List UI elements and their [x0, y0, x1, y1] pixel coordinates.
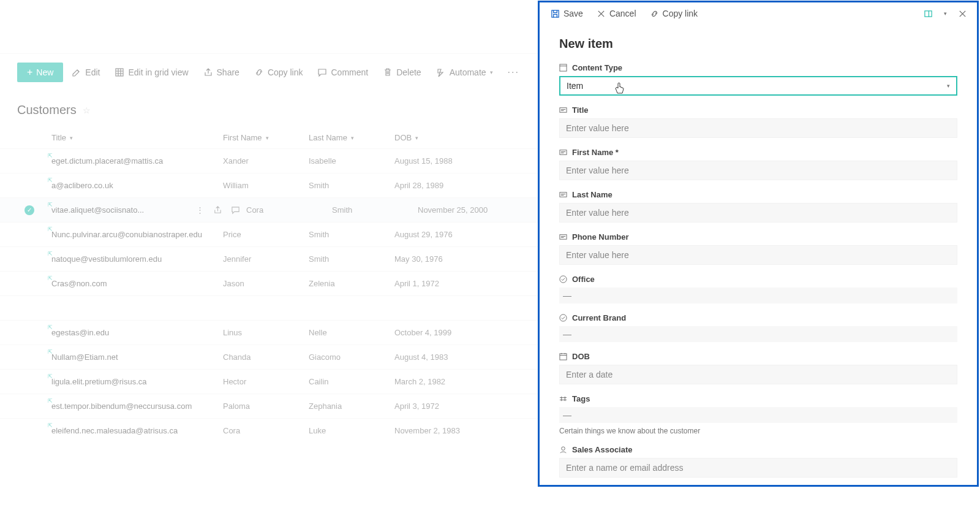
- cell-title[interactable]: ⇱Nullam@Etiam.net: [51, 352, 223, 362]
- dob-label: DOB: [572, 352, 590, 361]
- svg-rect-4: [560, 108, 567, 112]
- tags-icon: [559, 395, 567, 403]
- copy-link-label: Copy link: [268, 67, 303, 77]
- svg-point-9: [560, 314, 567, 321]
- svg-rect-10: [560, 354, 567, 360]
- cell-last-name: Zelenia: [309, 279, 394, 288]
- cell-last-name: Luke: [309, 426, 394, 435]
- automate-label: Automate: [450, 67, 486, 77]
- share-icon: [203, 67, 213, 77]
- copy-link-button[interactable]: Copy link: [248, 64, 309, 81]
- chevron-down-icon: ▾: [415, 135, 418, 141]
- close-icon: [597, 9, 606, 18]
- col-first-name[interactable]: First Name▾: [223, 133, 309, 142]
- cell-first-name: Jennifer: [223, 254, 309, 264]
- field-content-type: Content Type Item ▾: [559, 63, 957, 96]
- field-tags: Tags — Certain things we know about the …: [559, 394, 957, 435]
- panel-copylink-button[interactable]: Copy link: [645, 7, 703, 20]
- cell-last-name: Nelle: [309, 328, 394, 337]
- new-indicator-icon: ⇱: [48, 422, 53, 428]
- cell-title[interactable]: ⇱Nunc.pulvinar.arcu@conubianostraper.edu: [51, 230, 223, 239]
- cell-title[interactable]: ⇱vitae.aliquet@sociisnato...: [51, 205, 223, 215]
- content-type-select[interactable]: Item ▾: [559, 76, 957, 96]
- sales-input[interactable]: [559, 458, 957, 478]
- svg-rect-1: [552, 10, 559, 17]
- calendar-icon: [559, 352, 567, 360]
- col-dob[interactable]: DOB▾: [394, 133, 505, 142]
- cell-dob: May 30, 1976: [394, 254, 505, 264]
- dob-input[interactable]: [559, 365, 957, 384]
- svg-point-8: [560, 276, 567, 283]
- share-button[interactable]: Share: [197, 64, 246, 81]
- cell-last-name: Giacomo: [309, 352, 394, 362]
- first-name-input[interactable]: [559, 161, 957, 180]
- cell-dob: April 28, 1989: [394, 181, 505, 190]
- content-type-icon: [559, 64, 567, 72]
- office-input[interactable]: —: [559, 288, 957, 303]
- sales-label: Sales Associate: [572, 445, 633, 454]
- chevron-down-icon: ▾: [490, 69, 493, 75]
- cell-title[interactable]: ⇱Cras@non.com: [51, 279, 223, 288]
- pencil-icon: [72, 67, 81, 77]
- cell-title[interactable]: ⇱est.tempor.bibendum@neccursusa.com: [51, 402, 223, 411]
- brand-input[interactable]: —: [559, 326, 957, 342]
- new-indicator-icon: ⇱: [48, 177, 53, 183]
- new-indicator-icon: ⇱: [48, 153, 53, 159]
- svg-rect-3: [560, 64, 567, 71]
- field-phone: Phone Number: [559, 232, 957, 265]
- panel-expand-button[interactable]: [920, 8, 937, 20]
- col-last-name[interactable]: Last Name▾: [309, 133, 394, 142]
- comment-button[interactable]: Comment: [311, 64, 374, 81]
- svg-rect-6: [560, 192, 567, 197]
- new-button[interactable]: + New: [17, 63, 63, 82]
- col-title[interactable]: Title▾: [51, 133, 223, 142]
- automate-button[interactable]: Automate ▾: [430, 64, 499, 81]
- panel-cancel-button[interactable]: Cancel: [592, 7, 641, 20]
- panel-copylink-label: Copy link: [663, 9, 698, 18]
- last-name-input[interactable]: [559, 203, 957, 223]
- flow-icon: [436, 67, 446, 77]
- more-button[interactable]: ···: [502, 63, 526, 82]
- panel-save-button[interactable]: Save: [546, 7, 588, 20]
- grid-edit-button[interactable]: Edit in grid view: [108, 64, 194, 81]
- field-first-name: First Name *: [559, 148, 957, 180]
- title-input[interactable]: [559, 118, 957, 138]
- new-indicator-icon: ⇱: [48, 398, 53, 404]
- new-indicator-icon: ⇱: [48, 373, 53, 379]
- cell-title[interactable]: ⇱eget.dictum.placerat@mattis.ca: [51, 156, 223, 166]
- save-icon: [551, 9, 560, 18]
- panel-close-button[interactable]: [954, 8, 971, 20]
- office-label: Office: [572, 275, 595, 284]
- cell-title[interactable]: ⇱eleifend.nec.malesuada@atrisus.ca: [51, 426, 223, 435]
- cell-title[interactable]: ⇱natoque@vestibulumlorem.edu: [51, 254, 223, 264]
- cell-first-name: Xander: [223, 156, 309, 166]
- tags-input[interactable]: —: [559, 407, 957, 423]
- plus-icon: +: [27, 67, 32, 77]
- grid-edit-label: Edit in grid view: [128, 67, 188, 77]
- edit-button[interactable]: Edit: [66, 64, 106, 81]
- link-icon: [254, 67, 264, 77]
- delete-button[interactable]: Delete: [377, 64, 427, 81]
- chevron-down-icon: ▾: [947, 83, 950, 89]
- cell-last-name: Smith: [332, 205, 418, 215]
- phone-input[interactable]: [559, 245, 957, 265]
- cell-dob: August 15, 1988: [394, 156, 505, 166]
- chevron-down-icon: ▾: [944, 10, 947, 17]
- row-comment-icon[interactable]: [231, 205, 240, 215]
- person-icon: [559, 446, 567, 454]
- cell-last-name: Cailin: [309, 377, 394, 386]
- svg-rect-7: [560, 235, 567, 239]
- panel-chevron-button[interactable]: ▾: [940, 9, 951, 18]
- field-last-name: Last Name: [559, 190, 957, 223]
- svg-rect-2: [925, 10, 932, 16]
- brand-label: Current Brand: [572, 313, 626, 322]
- favorite-icon[interactable]: ☆: [83, 105, 91, 115]
- cell-first-name: Hector: [223, 377, 309, 386]
- cell-title[interactable]: ⇱ligula.elit.pretium@risus.ca: [51, 377, 223, 386]
- cell-title[interactable]: ⇱egestas@in.edu: [51, 328, 223, 337]
- cursor-icon: [614, 82, 625, 98]
- cell-first-name: Chanda: [223, 352, 309, 362]
- cell-title[interactable]: ⇱a@aclibero.co.uk: [51, 181, 223, 190]
- field-office: Office —: [559, 275, 957, 303]
- cell-first-name: Cora: [246, 205, 332, 215]
